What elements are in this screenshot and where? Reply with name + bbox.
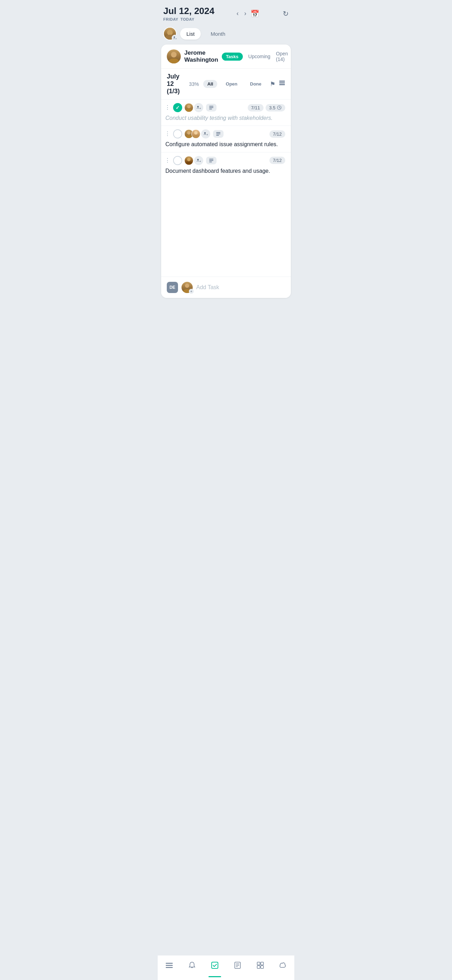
notes-icon [233, 961, 242, 972]
svg-point-5 [197, 106, 199, 107]
filter-open-button[interactable]: Open [221, 80, 242, 88]
task-menu-button[interactable]: ⋮ [164, 105, 171, 110]
task-row: ⋮ + [161, 126, 291, 152]
task-date-chip: 7/12 [269, 157, 285, 164]
current-date: Jul 12, 2024 [163, 6, 215, 16]
nav-notes-button[interactable] [228, 960, 247, 973]
de-avatar: DE [167, 282, 178, 293]
add-task-row: DE + Add Task [161, 277, 291, 298]
flag-icon[interactable]: ⚑ [270, 80, 275, 88]
svg-text:+: + [200, 160, 201, 162]
nav-cloud-button[interactable] [273, 960, 293, 973]
checklist-button[interactable] [206, 104, 216, 111]
nav-menu-button[interactable] [159, 960, 179, 973]
user-avatar [167, 49, 181, 64]
svg-point-0 [174, 37, 175, 38]
main-card: Jerome Washington Tasks Upcoming Open (1… [161, 45, 291, 298]
svg-rect-4 [279, 84, 285, 85]
next-button[interactable]: › [243, 8, 248, 19]
svg-text:+: + [200, 107, 201, 110]
header-left: Jul 12, 2024 FRIDAY TODAY [163, 6, 215, 21]
menu-icon [165, 961, 173, 972]
svg-rect-2 [279, 81, 285, 82]
progress-text: 33% [189, 81, 199, 87]
task-date-chip: 7/12 [269, 130, 285, 138]
task-row-top: ⋮ + [164, 129, 285, 138]
add-assignee-button[interactable]: + [194, 156, 203, 165]
bottom-nav [158, 955, 294, 980]
cloud-icon [279, 961, 287, 972]
svg-rect-3 [279, 83, 285, 83]
task-avatar-2 [191, 129, 201, 138]
task-menu-button[interactable]: ⋮ [164, 131, 171, 137]
svg-rect-22 [209, 162, 212, 162]
task-checkbox[interactable] [173, 156, 182, 165]
date-section-icons: ⚑ [270, 80, 285, 88]
user-name: Jerome Washington [184, 49, 218, 64]
add-assignee-button[interactable]: + [201, 129, 210, 138]
plus-icon: + [189, 289, 194, 294]
today-label: TODAY [180, 17, 194, 21]
svg-rect-25 [166, 967, 173, 968]
date-section: July 12 (1/3) 33% All Open Done ⚑ [161, 69, 291, 100]
add-task-placeholder[interactable]: Add Task [196, 284, 220, 291]
task-row-top: ⋮ + [164, 103, 285, 112]
checklist-button[interactable] [213, 130, 224, 138]
page: Jul 12, 2024 FRIDAY TODAY ‹ › 📅 ↻ + [158, 0, 294, 980]
day-label: FRIDAY [163, 17, 178, 21]
refresh-button[interactable]: ↻ [283, 10, 289, 18]
open-count[interactable]: Open (14) [276, 51, 288, 62]
nav-notifications-button[interactable] [182, 960, 202, 973]
prev-button[interactable]: ‹ [235, 8, 240, 19]
task-checkbox[interactable] [173, 103, 182, 112]
user-avatar-add[interactable]: + [163, 27, 177, 40]
svg-rect-26 [212, 962, 218, 969]
svg-rect-24 [166, 965, 173, 966]
nav-tasks-button[interactable] [205, 960, 224, 973]
task-checkbox[interactable] [173, 129, 182, 138]
svg-rect-16 [216, 134, 220, 134]
stack-icon[interactable] [279, 80, 285, 88]
add-assignee-button[interactable]: + [194, 103, 203, 112]
bell-icon [188, 961, 196, 972]
task-row-top: ⋮ + [164, 156, 285, 165]
svg-point-18 [197, 159, 199, 160]
add-assignee-area: + [181, 282, 193, 293]
filter-all-button[interactable]: All [203, 80, 218, 88]
month-view-button[interactable]: Month [204, 28, 232, 40]
empty-area [161, 178, 291, 277]
task-menu-button[interactable]: ⋮ [164, 158, 171, 163]
svg-rect-8 [209, 107, 213, 108]
add-user-icon: + [172, 35, 178, 41]
task-chips: 7/11 3.5 [248, 104, 285, 111]
task-text: Document dashboard features and usage. [164, 167, 285, 175]
task-row: ⋮ + [161, 100, 291, 126]
date-row: Jul 12, 2024 [163, 6, 215, 16]
task-date-chip: 7/11 [248, 104, 264, 111]
upcoming-tab[interactable]: Upcoming [246, 52, 272, 60]
task-avatar-1 [184, 103, 193, 112]
calendar-icon[interactable]: 📅 [250, 10, 259, 18]
svg-rect-15 [216, 132, 220, 133]
header: Jul 12, 2024 FRIDAY TODAY ‹ › 📅 ↻ [158, 0, 294, 25]
date-label: July 12 (1/3) [167, 73, 185, 95]
checkbox-icon [210, 961, 219, 972]
svg-rect-21 [209, 160, 213, 161]
task-avatars [184, 129, 198, 138]
task-avatar-1 [184, 156, 193, 165]
card-header: Jerome Washington Tasks Upcoming Open (1… [161, 45, 291, 69]
filter-done-button[interactable]: Done [246, 80, 266, 88]
task-avatars [184, 103, 191, 112]
svg-line-12 [279, 108, 280, 108]
task-row: ⋮ + [161, 153, 291, 178]
svg-rect-23 [166, 963, 173, 964]
list-view-button[interactable]: List [180, 28, 201, 40]
checklist-button[interactable] [206, 157, 216, 164]
nav-grid-button[interactable] [250, 960, 270, 973]
task-text: Configure automated issue assignment rul… [164, 140, 285, 148]
tasks-badge[interactable]: Tasks [222, 52, 243, 60]
svg-rect-32 [261, 962, 264, 965]
svg-rect-9 [209, 109, 212, 109]
svg-text:+: + [176, 38, 177, 40]
svg-text:+: + [207, 134, 208, 136]
